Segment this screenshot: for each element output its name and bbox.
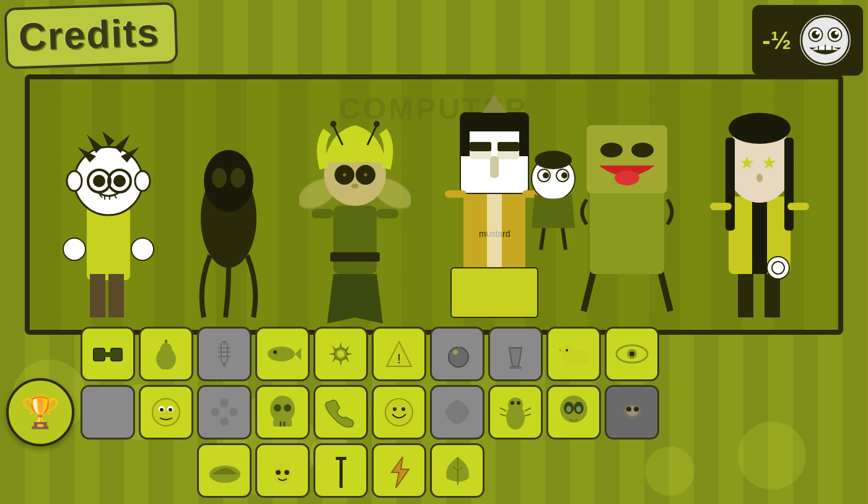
svg-rect-49: [377, 209, 398, 218]
svg-point-30: [63, 238, 85, 260]
svg-point-167: [276, 470, 281, 475]
icon-flower[interactable]: [197, 385, 252, 440]
score-area: -½: [752, 5, 863, 76]
icon-eye[interactable]: [605, 327, 659, 381]
icon-cap[interactable]: [197, 443, 252, 498]
bottom-area: 🏆 !: [6, 327, 862, 498]
svg-rect-65: [445, 190, 467, 198]
svg-point-137: [229, 408, 238, 417]
icon-binoculars[interactable]: [81, 327, 135, 381]
svg-point-140: [274, 404, 281, 412]
icon-fish[interactable]: [255, 327, 310, 381]
svg-point-162: [626, 407, 631, 412]
character-dark-figure: [191, 94, 266, 324]
character-box-creature: [577, 88, 677, 324]
svg-point-94: [767, 257, 789, 279]
svg-point-141: [284, 404, 291, 412]
svg-rect-165: [209, 474, 219, 478]
svg-point-93: [756, 174, 763, 182]
icon-flash[interactable]: [372, 443, 426, 498]
icon-blob[interactable]: [430, 385, 484, 440]
svg-rect-64: [490, 156, 499, 178]
credits-title: Credits: [18, 11, 160, 58]
svg-point-144: [385, 399, 413, 426]
svg-point-71: [543, 172, 549, 179]
icon-gear[interactable]: [313, 327, 368, 381]
icon-bomb[interactable]: [430, 327, 484, 381]
svg-rect-106: [223, 362, 226, 367]
svg-point-73: [535, 151, 572, 169]
svg-line-152: [525, 414, 531, 416]
svg-marker-59: [482, 94, 507, 113]
svg-point-34: [212, 168, 227, 188]
svg-rect-172: [340, 457, 343, 488]
svg-point-138: [270, 396, 295, 423]
svg-point-5: [816, 31, 819, 34]
svg-rect-100: [103, 352, 112, 357]
icon-phone[interactable]: [313, 385, 368, 440]
svg-marker-111: [295, 348, 301, 360]
svg-marker-174: [392, 457, 409, 488]
svg-line-149: [500, 408, 506, 411]
icon-syringe[interactable]: [197, 327, 252, 381]
svg-point-82: [615, 170, 639, 185]
trophy-button[interactable]: 🏆: [6, 378, 74, 446]
svg-rect-88: [726, 138, 735, 231]
icon-bug[interactable]: [488, 385, 543, 440]
icon-leaf[interactable]: [430, 443, 484, 498]
svg-rect-120: [509, 366, 522, 369]
svg-point-47: [351, 183, 359, 188]
smiley-svg: [800, 12, 851, 68]
icon-snake[interactable]: [605, 385, 659, 440]
svg-point-22: [93, 175, 105, 187]
svg-rect-39: [330, 252, 380, 262]
icon-blade[interactable]: [81, 385, 135, 440]
svg-rect-173: [336, 457, 346, 460]
svg-point-135: [220, 417, 229, 426]
svg-point-163: [634, 407, 639, 412]
svg-rect-11: [90, 274, 105, 317]
svg-point-81: [631, 143, 654, 157]
svg-point-131: [160, 408, 164, 412]
character-bee-girl: [299, 94, 411, 324]
svg-point-44: [374, 121, 380, 127]
svg-rect-78: [590, 187, 664, 274]
svg-rect-54: [487, 187, 502, 274]
svg-rect-98: [94, 348, 105, 361]
icon-pear[interactable]: [139, 327, 193, 381]
icon-king[interactable]: [255, 443, 310, 498]
svg-rect-139: [273, 419, 292, 427]
svg-point-29: [135, 171, 150, 191]
svg-point-145: [393, 407, 397, 411]
icon-alien[interactable]: [546, 385, 601, 440]
svg-point-168: [284, 470, 289, 475]
svg-rect-96: [710, 203, 732, 210]
icon-warning[interactable]: !: [372, 327, 426, 381]
svg-point-43: [330, 121, 336, 127]
icon-duck[interactable]: [546, 327, 601, 381]
svg-line-74: [541, 228, 544, 250]
icon-face[interactable]: [139, 385, 193, 440]
svg-point-35: [230, 168, 245, 188]
svg-line-151: [500, 414, 506, 416]
svg-point-122: [561, 345, 576, 360]
svg-point-90: [729, 113, 791, 144]
svg-point-0: [802, 17, 849, 64]
trophy-icon: 🏆: [21, 394, 59, 430]
svg-point-126: [629, 351, 634, 356]
icon-skull[interactable]: [255, 385, 310, 440]
svg-point-146: [401, 407, 405, 411]
icon-smile[interactable]: [372, 385, 426, 440]
svg-rect-86: [752, 197, 767, 274]
svg-point-153: [511, 401, 514, 405]
svg-rect-67: [451, 268, 538, 317]
icon-cursor[interactable]: [313, 443, 368, 498]
svg-rect-99: [111, 348, 122, 361]
svg-rect-57: [460, 125, 470, 156]
svg-point-123: [566, 349, 568, 351]
character-nerd: [59, 94, 158, 324]
icon-cup[interactable]: [488, 327, 543, 381]
svg-point-119: [453, 350, 458, 355]
stage: CoMPuTer: [25, 74, 843, 335]
svg-point-154: [517, 401, 520, 405]
